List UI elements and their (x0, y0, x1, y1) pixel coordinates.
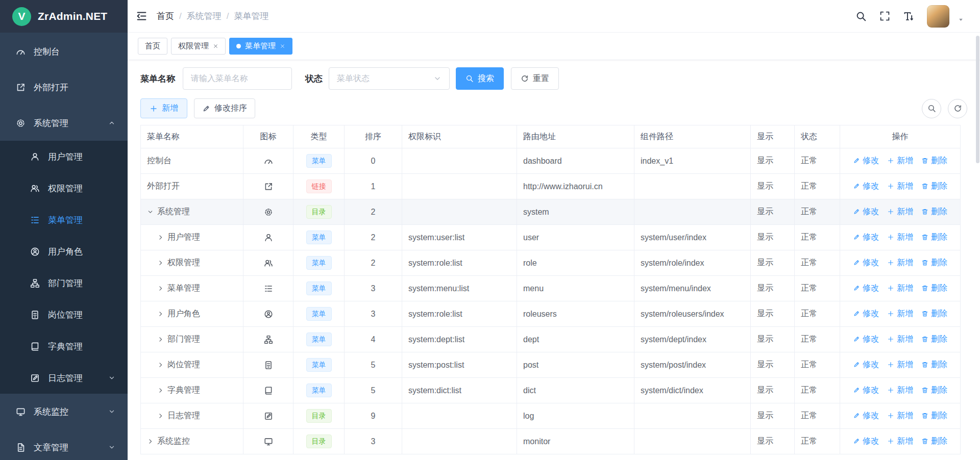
chevron-right-icon[interactable] (157, 260, 164, 266)
delete-link[interactable]: 删除 (921, 181, 947, 192)
edit-link[interactable]: 修改 (853, 360, 879, 370)
add-button[interactable]: 新增 (140, 98, 187, 118)
chevron-right-icon[interactable] (157, 387, 164, 394)
add-link[interactable]: 新增 (887, 309, 913, 319)
sidebar-item-dashboard[interactable]: 控制台 (0, 34, 128, 69)
add-link[interactable]: 新增 (887, 385, 913, 396)
menu-name: 部门管理 (167, 334, 200, 345)
route-value: monitor (523, 437, 550, 446)
sidebar-item-dict[interactable]: 字典管理 (0, 330, 128, 362)
chevron-right-icon[interactable] (147, 438, 154, 445)
add-link[interactable]: 新增 (887, 334, 913, 345)
sidebar-item-external-link[interactable]: 外部打开 (0, 69, 128, 105)
sort-value: 4 (371, 335, 376, 344)
gear-icon (264, 208, 273, 217)
sidebar-item-menu[interactable]: 菜单管理 (0, 204, 128, 236)
scrollbar-thumb[interactable] (976, 36, 979, 163)
sidebar-collapse-button[interactable] (136, 10, 148, 22)
menu-name-input[interactable]: 请输入菜单名称 (183, 67, 292, 90)
sidebar-item-role[interactable]: 权限管理 (0, 172, 128, 204)
edit-link[interactable]: 修改 (853, 385, 879, 396)
close-icon[interactable] (213, 43, 218, 49)
add-link[interactable]: 新增 (887, 283, 913, 294)
breadcrumb-item[interactable]: 首页 (157, 10, 174, 22)
status-select[interactable]: 菜单状态 (329, 67, 450, 90)
close-icon[interactable] (280, 43, 285, 49)
table-search-button[interactable] (922, 99, 941, 118)
add-link[interactable]: 新增 (887, 360, 913, 370)
add-link[interactable]: 新增 (887, 207, 913, 217)
add-link[interactable]: 新增 (887, 436, 913, 447)
table-refresh-button[interactable] (948, 99, 967, 118)
chevron-right-icon[interactable] (157, 285, 164, 292)
edit-link[interactable]: 修改 (853, 258, 879, 268)
tab-home[interactable]: 首页 (138, 38, 167, 55)
chevron-right-icon[interactable] (157, 413, 164, 419)
logo-icon: V (12, 7, 31, 26)
sidebar-item-article[interactable]: 文章管理 (0, 429, 128, 460)
sidebar-item-post[interactable]: 岗位管理 (0, 299, 128, 330)
edit-link[interactable]: 修改 (853, 181, 879, 192)
delete-link[interactable]: 删除 (921, 207, 947, 217)
menu-name: 岗位管理 (167, 360, 200, 370)
chevron-down-icon[interactable] (147, 209, 154, 215)
column-header: 排序 (345, 125, 402, 148)
delete-link[interactable]: 删除 (921, 258, 947, 268)
edit-link[interactable]: 修改 (853, 283, 879, 294)
edit-link[interactable]: 修改 (853, 232, 879, 243)
delete-link[interactable]: 删除 (921, 232, 947, 243)
fullscreen-icon[interactable] (879, 11, 890, 21)
tab-role[interactable]: 权限管理 (171, 38, 226, 55)
delete-link[interactable]: 删除 (921, 385, 947, 396)
delete-link[interactable]: 删除 (921, 309, 947, 319)
chevron-right-icon[interactable] (157, 311, 164, 317)
delete-link[interactable]: 删除 (921, 156, 947, 166)
add-link[interactable]: 新增 (887, 156, 913, 166)
sidebar-item-user[interactable]: 用户管理 (0, 141, 128, 172)
caret-down-icon[interactable] (957, 16, 965, 23)
edit-link[interactable]: 修改 (853, 334, 879, 345)
delete-icon (921, 183, 928, 190)
edit-link[interactable]: 修改 (853, 436, 879, 447)
font-size-icon[interactable] (903, 11, 914, 22)
add-link[interactable]: 新增 (887, 411, 913, 421)
sidebar-item-log[interactable]: 日志管理 (0, 362, 128, 394)
user-avatar[interactable] (927, 5, 949, 28)
sidebar-item-dept[interactable]: 部门管理 (0, 267, 128, 299)
delete-link[interactable]: 删除 (921, 360, 947, 370)
add-link[interactable]: 新增 (887, 232, 913, 243)
tab-menu[interactable]: 菜单管理 (229, 38, 292, 55)
sort-value: 5 (371, 386, 376, 395)
delete-link[interactable]: 删除 (921, 436, 947, 447)
search-button[interactable]: 搜索 (456, 67, 504, 90)
status-value: 正常 (801, 437, 817, 445)
active-tab-dot (236, 44, 241, 48)
app-logo[interactable]: V ZrAdmin.NET (0, 0, 128, 33)
add-link[interactable]: 新增 (887, 258, 913, 268)
scrollbar[interactable] (976, 34, 979, 457)
delete-link[interactable]: 删除 (921, 283, 947, 294)
sidebar-item-user-role[interactable]: 用户角色 (0, 236, 128, 267)
sort-value: 3 (371, 310, 376, 318)
add-link[interactable]: 新增 (887, 181, 913, 192)
sidebar-item-monitor[interactable]: 系统监控 (0, 394, 128, 429)
edit-link[interactable]: 修改 (853, 309, 879, 319)
visible-value: 显示 (757, 207, 773, 216)
dict-book-icon (30, 342, 40, 351)
edit-icon (853, 259, 860, 266)
edit-link[interactable]: 修改 (853, 156, 879, 166)
search-icon[interactable] (855, 11, 867, 22)
chevron-right-icon[interactable] (157, 362, 164, 368)
chevron-right-icon[interactable] (157, 336, 164, 343)
edit-link[interactable]: 修改 (853, 207, 879, 217)
delete-link[interactable]: 删除 (921, 334, 947, 345)
delete-link[interactable]: 删除 (921, 411, 947, 421)
edit-link[interactable]: 修改 (853, 411, 879, 421)
breadcrumb-item[interactable]: 系统管理 (187, 10, 222, 22)
sort-button[interactable]: 修改排序 (194, 98, 255, 118)
sidebar-item-system[interactable]: 系统管理 (0, 105, 128, 141)
reset-button[interactable]: 重置 (511, 67, 559, 90)
chevron-right-icon[interactable] (157, 234, 164, 241)
component-value: system/dict/index (641, 386, 703, 395)
breadcrumb-item[interactable]: 菜单管理 (234, 10, 268, 22)
